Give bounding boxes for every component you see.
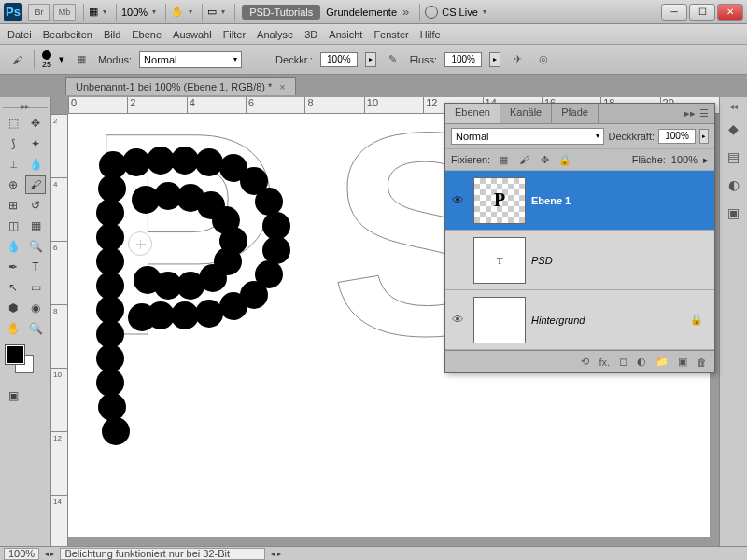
- zoom-tool[interactable]: 🔍: [25, 319, 46, 338]
- blur-tool[interactable]: 💧: [3, 237, 23, 256]
- layer-thumb[interactable]: [473, 297, 526, 343]
- lock-position-icon[interactable]: ✥: [537, 152, 552, 167]
- quickmask-tool[interactable]: ▣: [3, 386, 23, 405]
- layer-thumb[interactable]: T: [473, 237, 526, 284]
- opacity-stepper[interactable]: ▸: [365, 52, 376, 67]
- fx-icon[interactable]: fx.: [599, 357, 610, 368]
- flow-label: Fluss:: [410, 54, 437, 65]
- wand-tool[interactable]: ✦: [25, 134, 46, 153]
- shape-tool[interactable]: ▭: [25, 278, 46, 297]
- tab-ebenen[interactable]: Ebenen: [445, 104, 500, 123]
- new-layer-icon[interactable]: ▣: [678, 356, 687, 368]
- lock-pixels-icon[interactable]: 🖌: [516, 152, 531, 167]
- opacity-input[interactable]: 100%: [320, 52, 358, 67]
- panel-menu-icon[interactable]: ☰: [699, 107, 709, 119]
- menu-filter[interactable]: Filter: [223, 29, 246, 40]
- layer-psd[interactable]: T PSD: [445, 231, 714, 290]
- brush-panel-icon[interactable]: ▦: [72, 50, 91, 69]
- menu-bild[interactable]: Bild: [104, 29, 120, 40]
- pressure-opacity-icon[interactable]: ✎: [384, 50, 402, 69]
- color-swatches[interactable]: [3, 345, 48, 379]
- tab-pfade[interactable]: Pfade: [552, 104, 599, 123]
- menu-fenster[interactable]: Fenster: [374, 29, 408, 40]
- bridge-icon[interactable]: Br: [28, 4, 50, 21]
- panel-collapse-icon[interactable]: ▸▸: [684, 107, 696, 119]
- zoom-value[interactable]: 100%: [121, 7, 148, 18]
- path-tool[interactable]: ↖: [3, 278, 23, 297]
- lock-icon: 🔒: [690, 314, 703, 326]
- fg-color[interactable]: [6, 345, 24, 364]
- color-panel-icon[interactable]: ◆: [724, 119, 744, 139]
- layout-icon[interactable]: ▦: [89, 6, 98, 18]
- brush-tool[interactable]: 🖌: [25, 175, 46, 194]
- pressure-size-icon[interactable]: ◎: [534, 50, 553, 69]
- menu-hilfe[interactable]: Hilfe: [420, 29, 441, 40]
- psd-tutorials-button[interactable]: PSD-Tutorials: [242, 5, 320, 20]
- adjust-icon[interactable]: ◐: [637, 356, 646, 368]
- menu-analyse[interactable]: Analyse: [257, 29, 293, 40]
- brush-preview[interactable]: 25: [42, 50, 51, 69]
- layer-thumb[interactable]: P: [473, 177, 526, 224]
- tab-kanaele[interactable]: Kanäle: [500, 104, 552, 123]
- link-icon[interactable]: ⟲: [581, 356, 589, 368]
- document-tab[interactable]: Unbenannt-1 bei 100% (Ebene 1, RGB/8) *×: [65, 77, 296, 95]
- close-tab-icon[interactable]: ×: [279, 81, 285, 92]
- healing-tool[interactable]: ⊕: [3, 175, 23, 194]
- chevrons-icon[interactable]: »: [402, 5, 409, 19]
- hand-tool[interactable]: ✋: [3, 319, 23, 338]
- gradient-tool[interactable]: ▦: [25, 217, 46, 235]
- menu-datei[interactable]: Datei: [7, 29, 32, 40]
- flow-input[interactable]: 100%: [444, 52, 482, 67]
- menu-bar: Datei Bearbeiten Bild Ebene Auswahl Filt…: [0, 24, 747, 45]
- layer-blend-select[interactable]: Normal: [451, 128, 604, 145]
- layer-opacity-input[interactable]: 100%: [658, 129, 696, 144]
- minimize-button[interactable]: ─: [661, 4, 687, 21]
- dodge-tool[interactable]: 🔍: [25, 237, 46, 256]
- right-dock: ◂◂ ◆ ▤ ◐ ▣: [719, 97, 747, 546]
- menu-ebene[interactable]: Ebene: [132, 29, 162, 40]
- pen-tool[interactable]: ✒: [3, 258, 23, 276]
- visibility-icon[interactable]: 👁: [447, 193, 468, 207]
- adjustments-panel-icon[interactable]: ◐: [724, 175, 744, 195]
- lasso-tool[interactable]: ⟆: [3, 134, 23, 153]
- masks-panel-icon[interactable]: ▣: [724, 203, 744, 223]
- delete-icon[interactable]: 🗑: [697, 357, 707, 368]
- close-button[interactable]: ✕: [717, 4, 743, 21]
- brush-tool-icon[interactable]: 🖌: [7, 50, 26, 69]
- title-bar: Ps Br Mb ▦▾ 100%▾ ✋▾ ▭▾ PSD-Tutorials Gr…: [0, 0, 747, 24]
- marquee-tool[interactable]: ⬚: [3, 114, 23, 133]
- workspace-label[interactable]: Grundelemente: [326, 7, 397, 18]
- 3d-camera-tool[interactable]: ◉: [25, 299, 46, 317]
- eyedropper-tool[interactable]: 💧: [25, 155, 46, 174]
- hand-icon[interactable]: ✋: [171, 6, 184, 18]
- fill-input[interactable]: 100%: [671, 154, 698, 165]
- history-brush-tool[interactable]: ↺: [25, 196, 46, 215]
- eraser-tool[interactable]: ◫: [3, 217, 23, 235]
- menu-ansicht[interactable]: Ansicht: [329, 29, 362, 40]
- menu-3d[interactable]: 3D: [304, 29, 317, 40]
- mask-icon[interactable]: ◻: [619, 356, 627, 368]
- move-tool[interactable]: ✥: [25, 114, 46, 133]
- layer-hintergrund[interactable]: 👁 Hintergrund 🔒: [445, 290, 714, 350]
- crop-tool[interactable]: ⟂: [3, 155, 23, 174]
- layer-ebene1[interactable]: 👁 P Ebene 1: [445, 171, 714, 231]
- 3d-tool[interactable]: ⬢: [3, 299, 23, 317]
- maximize-button[interactable]: ☐: [689, 4, 715, 21]
- cslive-label[interactable]: CS Live: [442, 7, 478, 18]
- fill-label: Fläche:: [632, 154, 666, 165]
- menu-auswahl[interactable]: Auswahl: [173, 29, 212, 40]
- visibility-icon[interactable]: 👁: [447, 313, 468, 327]
- type-tool[interactable]: T: [25, 258, 46, 276]
- status-zoom[interactable]: 100%: [4, 548, 39, 560]
- lock-all-icon[interactable]: 🔒: [557, 152, 572, 167]
- minibridge-icon[interactable]: Mb: [53, 4, 76, 21]
- menu-bearbeiten[interactable]: Bearbeiten: [43, 29, 92, 40]
- lock-transparency-icon[interactable]: ▦: [496, 152, 511, 167]
- group-icon[interactable]: 📁: [655, 356, 669, 368]
- flow-stepper[interactable]: ▸: [489, 52, 500, 67]
- screen-icon[interactable]: ▭: [207, 6, 217, 18]
- swatches-panel-icon[interactable]: ▤: [724, 147, 744, 167]
- airbrush-icon[interactable]: ✈: [508, 50, 527, 69]
- stamp-tool[interactable]: ⊞: [3, 196, 23, 215]
- blend-mode-select[interactable]: Normal: [139, 51, 242, 68]
